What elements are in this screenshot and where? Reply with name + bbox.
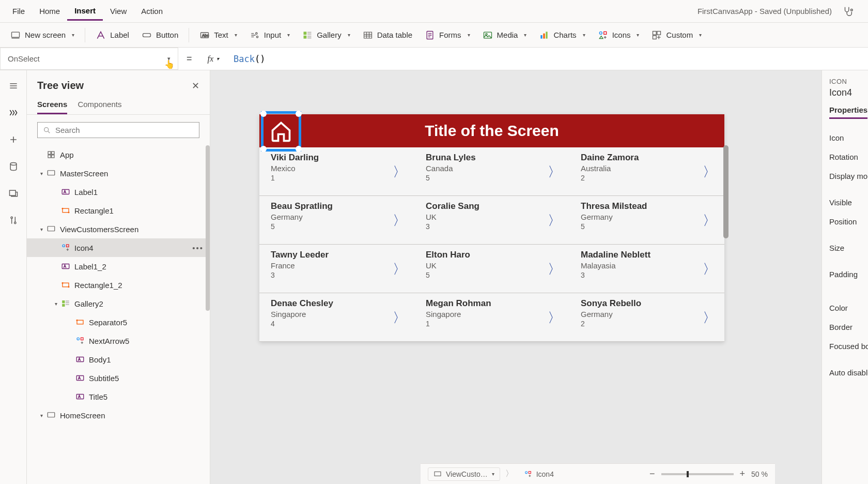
close-icon[interactable]: ✕ [192, 80, 199, 92]
tab-properties[interactable]: Properties [829, 105, 867, 119]
property-selector[interactable]: OnSelect ▾ 👆 [0, 48, 178, 70]
prop-row[interactable]: Position [829, 212, 868, 231]
prop-row[interactable]: Size [829, 238, 868, 258]
more-icon[interactable]: ••• [192, 244, 204, 252]
gallery-cell[interactable]: Sonya RebelloGermany2〉 [569, 293, 724, 342]
tree-node[interactable]: Separator5 [27, 313, 210, 331]
chevron-right-icon[interactable]: 〉 [393, 260, 406, 278]
hamburger-icon[interactable] [7, 80, 20, 92]
tree-node[interactable]: Subtitle5 [27, 369, 210, 387]
gallery-cell[interactable]: Megan RohmanSingapore1〉 [414, 293, 569, 342]
resize-handle[interactable] [296, 111, 302, 117]
gallery-cell[interactable]: Thresa MilsteadGermany5〉 [569, 196, 724, 245]
tree-node[interactable]: Body1 [27, 350, 210, 369]
prop-row[interactable]: Visible [829, 193, 868, 212]
gallery-cell[interactable]: Daine ZamoraAustralia2〉 [569, 147, 724, 196]
chevron-right-icon[interactable]: 〉 [703, 211, 716, 229]
node-icon [74, 336, 86, 345]
tree-node[interactable]: Rectangle1 [27, 201, 210, 220]
search-input[interactable] [55, 126, 194, 134]
prop-row[interactable]: Padding [829, 265, 868, 284]
node-icon [45, 169, 57, 178]
chevron-right-icon[interactable]: 〉 [548, 260, 561, 278]
zoom-out-button[interactable]: − [649, 468, 655, 479]
tree-node[interactable]: App [27, 145, 210, 164]
prop-row[interactable]: Display mode [829, 167, 868, 186]
chevron-right-icon[interactable]: 〉 [703, 308, 716, 326]
gallery-cell[interactable]: Bruna LylesCanada5〉 [414, 147, 569, 196]
menu-home[interactable]: Home [32, 3, 67, 20]
svg-rect-31 [52, 152, 54, 154]
gallery-cell[interactable]: Coralie SangUK3〉 [414, 196, 569, 245]
tree-node[interactable]: Label1 [27, 183, 210, 201]
breadcrumb-element[interactable]: Icon4 [519, 468, 559, 480]
cell-name: Megan Rohman [426, 298, 558, 309]
gallery-cell[interactable]: Elton HaroUK5〉 [414, 245, 569, 293]
data-table-button[interactable]: Data table [358, 27, 417, 43]
chevron-right-icon[interactable]: 〉 [703, 260, 716, 278]
tab-components[interactable]: Components [78, 100, 121, 114]
chevron-right-icon[interactable]: 〉 [703, 162, 716, 180]
tree-node[interactable]: ▾HomeScreen [27, 406, 210, 425]
gallery-button[interactable]: Gallery [297, 27, 355, 43]
canvas-area[interactable]: Title of the Screen Viki DarlingMexico1〉… [210, 70, 822, 484]
icons-button[interactable]: Icons [593, 27, 645, 43]
menu-insert[interactable]: Insert [67, 2, 103, 21]
tree-node[interactable]: ▾Gallery2 [27, 294, 210, 313]
forms-button[interactable]: Forms [420, 27, 475, 43]
formula-input[interactable]: Back() [226, 54, 868, 64]
charts-button[interactable]: Charts [534, 27, 590, 43]
menu-view[interactable]: View [103, 3, 134, 20]
input-button[interactable]: Input [244, 27, 295, 43]
advanced-tools-icon[interactable] [7, 214, 20, 226]
tree-node[interactable]: Icon4••• [27, 238, 210, 257]
text-button[interactable]: Abc Text [194, 27, 242, 43]
chevron-right-icon[interactable]: 〉 [393, 211, 406, 229]
gallery-cell[interactable]: Denae ChesleySingapore4〉 [259, 293, 414, 342]
chevron-right-icon[interactable]: 〉 [393, 162, 406, 180]
selected-home-icon[interactable] [261, 111, 301, 152]
tree-scrollbar[interactable] [206, 145, 210, 311]
gallery-cell[interactable]: Viki DarlingMexico1〉 [259, 147, 414, 196]
prop-row[interactable]: Icon [829, 128, 868, 147]
search-box[interactable] [37, 122, 199, 138]
prop-row[interactable]: Rotation [829, 147, 868, 167]
zoom-slider[interactable] [661, 473, 734, 475]
chevron-right-icon[interactable]: 〉 [548, 211, 561, 229]
tab-screens[interactable]: Screens [37, 100, 67, 114]
app-checker-icon[interactable] [842, 6, 863, 17]
tree-node[interactable]: Rectangle1_2 [27, 276, 210, 294]
prop-row[interactable]: Auto disable [829, 363, 868, 382]
chevron-right-icon[interactable]: 〉 [393, 308, 406, 326]
media-button[interactable]: Media [477, 27, 532, 43]
zoom-in-button[interactable]: + [740, 468, 746, 479]
media-rail-icon[interactable] [7, 187, 20, 200]
chevron-right-icon[interactable]: 〉 [548, 162, 561, 180]
insert-rail-icon[interactable] [7, 133, 20, 146]
menu-file[interactable]: File [5, 3, 32, 20]
gallery-cell[interactable]: Beau SpratlingGermany5〉 [259, 196, 414, 245]
data-rail-icon[interactable] [7, 160, 20, 173]
fx-button[interactable]: fx ▾ [200, 54, 227, 64]
prop-row[interactable]: Focused border [829, 337, 868, 356]
menu-action[interactable]: Action [134, 3, 170, 20]
button-button[interactable]: Button [136, 27, 183, 43]
tree-view-icon[interactable] [7, 107, 20, 119]
prop-row[interactable]: Color [829, 298, 868, 317]
prop-row[interactable]: Border [829, 317, 868, 337]
breadcrumb-screen[interactable]: ViewCusto… ▾ [428, 467, 500, 481]
tree-node[interactable]: ▾MasterScreen [27, 164, 210, 183]
chevron-right-icon[interactable]: 〉 [548, 308, 561, 326]
gallery-cell[interactable]: Madaline NeblettMalayasia3〉 [569, 245, 724, 293]
new-screen-button[interactable]: New screen [5, 27, 80, 43]
gallery-scrollbar[interactable] [723, 145, 729, 238]
tree-node[interactable]: ▾ViewCustomersScreen [27, 220, 210, 238]
svg-point-45 [68, 286, 70, 288]
label-button[interactable]: Label [90, 27, 134, 43]
gallery-cell[interactable]: Tawny LeederFrance3〉 [259, 245, 414, 293]
tree-node[interactable]: Label1_2 [27, 257, 210, 276]
custom-button[interactable]: Custom [646, 27, 707, 43]
tree-node[interactable]: NextArrow5 [27, 331, 210, 350]
resize-handle[interactable] [260, 111, 267, 117]
tree-node[interactable]: Title5 [27, 387, 210, 406]
